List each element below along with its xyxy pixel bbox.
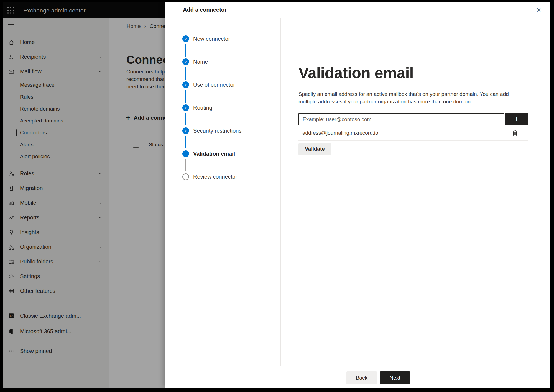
close-icon[interactable]: ✕ (535, 6, 542, 14)
wizard-step-label: Routing (193, 104, 212, 111)
wizard-step-label: Name (193, 58, 208, 65)
wizard-step-name: ✓Name (182, 58, 280, 81)
exchange-admin-center: { "topbar": { "app_title": "Exchange adm… (0, 0, 554, 392)
wizard-step-use-of-connector: ✓Use of connector (182, 81, 280, 104)
step-description: Specify an email address for an active m… (298, 90, 509, 105)
wizard-steps-panel: ✓New connector✓Name✓Use of connector✓Rou… (165, 18, 281, 366)
validate-button[interactable]: Validate (298, 143, 331, 155)
wizard-step-review-connector: Review connector (182, 173, 280, 196)
wizard-step-validation-email: Validation email (182, 150, 280, 173)
step-description-line: multiple addresses if your partner organ… (298, 98, 509, 105)
step-upcoming-icon (182, 173, 189, 180)
wizard-step-security-restrictions: ✓Security restrictions (182, 127, 280, 150)
step-description-line: Specify an email address for an active m… (298, 90, 509, 98)
add-connector-dialog: Add a connector ✕ ✓New connector✓Name✓Us… (165, 2, 550, 388)
wizard-step-label: Security restrictions (193, 127, 242, 134)
wizard-step-routing: ✓Routing (182, 104, 280, 127)
dialog-footer: Back Next (165, 366, 550, 388)
step-completed-icon: ✓ (182, 35, 189, 42)
dialog-title: Add a connector (183, 7, 227, 13)
step-heading: Validation email (298, 64, 413, 82)
wizard-step-label: Review connector (193, 173, 237, 180)
dialog-header: Add a connector (165, 2, 550, 17)
address-text: address@journaling.mxrecord.io (302, 130, 378, 136)
wizard-step-content: Validation email Specify an email addres… (281, 18, 550, 366)
step-completed-icon: ✓ (182, 58, 189, 65)
add-email-button[interactable]: + (505, 113, 528, 125)
email-input-row: + (298, 113, 528, 125)
wizard-steps-list: ✓New connector✓Name✓Use of connector✓Rou… (165, 35, 280, 196)
step-completed-icon: ✓ (182, 127, 189, 134)
step-completed-icon: ✓ (182, 104, 189, 111)
step-current-icon (182, 150, 189, 157)
step-completed-icon: ✓ (182, 81, 189, 88)
wizard-step-new-connector: ✓New connector (182, 35, 280, 58)
email-input[interactable] (298, 113, 504, 125)
wizard-step-label: Validation email (193, 150, 235, 157)
wizard-step-label: Use of connector (193, 81, 235, 88)
back-button[interactable]: Back (346, 371, 377, 384)
screen: Exchange admin center HomeRecipientsMail… (3, 2, 550, 388)
address-row: address@journaling.mxrecord.io (298, 125, 528, 141)
next-button[interactable]: Next (380, 371, 410, 384)
dialog-body: ✓New connector✓Name✓Use of connector✓Rou… (165, 18, 550, 366)
wizard-step-label: New connector (193, 35, 230, 42)
trash-icon[interactable] (512, 129, 518, 137)
